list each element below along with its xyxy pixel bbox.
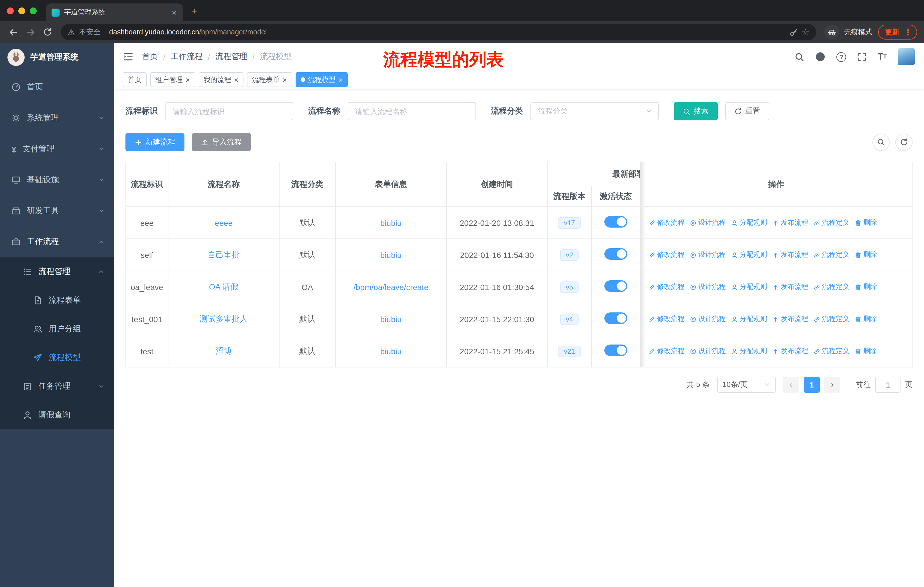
forward-button[interactable] xyxy=(22,23,39,41)
action-delete-link[interactable]: 删除 xyxy=(855,282,877,292)
sidebar-item-process-form[interactable]: 流程表单 xyxy=(0,286,114,315)
model-name-link[interactable]: 滔博 xyxy=(216,346,232,355)
action-definition-link[interactable]: 流程定义 xyxy=(813,250,850,260)
reload-button[interactable] xyxy=(39,23,56,41)
breadcrumb-home[interactable]: 首页 xyxy=(142,51,158,62)
action-design-link[interactable]: 设计流程 xyxy=(690,218,726,228)
active-toggle[interactable] xyxy=(604,313,627,324)
action-design-link[interactable]: 设计流程 xyxy=(690,282,726,292)
action-design-link[interactable]: 设计流程 xyxy=(690,314,726,324)
fullscreen-icon[interactable] xyxy=(857,52,867,62)
action-publish-link[interactable]: 发布流程 xyxy=(772,250,808,260)
password-key-icon[interactable] xyxy=(789,28,798,36)
next-page-button[interactable]: › xyxy=(824,377,840,393)
hamburger-icon[interactable] xyxy=(123,51,134,62)
prev-page-button[interactable]: ‹ xyxy=(783,377,799,393)
sidebar-item-devtools[interactable]: 研发工具 xyxy=(0,195,114,227)
tag-process-form[interactable]: 流程表单× xyxy=(247,72,292,87)
active-toggle[interactable] xyxy=(604,280,627,292)
action-design-link[interactable]: 设计流程 xyxy=(690,346,726,356)
bookmark-star-icon[interactable]: ☆ xyxy=(802,27,809,37)
sidebar-item-system[interactable]: 系统管理 xyxy=(0,103,114,134)
action-modify-link[interactable]: 修改流程 xyxy=(648,250,685,260)
breadcrumb-workflow[interactable]: 工作流程 xyxy=(171,51,203,62)
tag-my-process[interactable]: 我的流程× xyxy=(198,72,243,87)
action-publish-link[interactable]: 发布流程 xyxy=(772,346,808,356)
form-info-link[interactable]: biubiu xyxy=(380,250,402,260)
action-definition-link[interactable]: 流程定义 xyxy=(813,346,850,356)
browser-tab[interactable]: 芋道管理系统 × xyxy=(46,3,183,21)
model-name-link[interactable]: 测试多审批人 xyxy=(200,314,248,323)
url-text[interactable]: dashboard.yudao.iocoder.cn/bpm/manager/m… xyxy=(109,28,785,36)
action-publish-link[interactable]: 发布流程 xyxy=(772,282,808,292)
action-assign-link[interactable]: 分配规则 xyxy=(731,250,767,260)
action-delete-link[interactable]: 删除 xyxy=(855,218,877,228)
action-delete-link[interactable]: 删除 xyxy=(855,314,877,324)
tag-close-icon[interactable]: × xyxy=(186,76,190,83)
import-process-button[interactable]: 导入流程 xyxy=(192,133,251,151)
process-id-input[interactable] xyxy=(165,102,293,121)
action-design-link[interactable]: 设计流程 xyxy=(690,250,726,260)
sidebar-item-user-group[interactable]: 用户分组 xyxy=(0,315,114,343)
form-info-link[interactable]: /bpm/oa/leave/create xyxy=(353,282,429,291)
sidebar-item-task-mgmt[interactable]: 任务管理 xyxy=(0,372,114,401)
action-modify-link[interactable]: 修改流程 xyxy=(648,314,685,324)
active-toggle[interactable] xyxy=(604,248,627,260)
browser-menu-icon[interactable]: ⋮ xyxy=(902,28,914,37)
tag-close-icon[interactable]: × xyxy=(234,76,238,83)
model-name-link[interactable]: eeee xyxy=(215,218,233,227)
action-modify-link[interactable]: 修改流程 xyxy=(648,346,685,356)
github-icon[interactable] xyxy=(815,51,825,62)
show-search-button[interactable] xyxy=(873,134,889,151)
action-modify-link[interactable]: 修改流程 xyxy=(648,218,685,228)
url-bar[interactable]: 不安全 dashboard.yudao.iocoder.cn/bpm/manag… xyxy=(61,24,816,40)
user-avatar[interactable] xyxy=(898,48,915,65)
action-delete-link[interactable]: 删除 xyxy=(855,346,877,356)
browser-update-button[interactable]: 更新 ⋮ xyxy=(878,25,917,40)
action-assign-link[interactable]: 分配规则 xyxy=(731,218,767,228)
window-close-button[interactable] xyxy=(7,7,14,14)
action-definition-link[interactable]: 流程定义 xyxy=(813,218,850,228)
reset-button[interactable]: 重置 xyxy=(725,102,769,121)
action-modify-link[interactable]: 修改流程 xyxy=(648,282,685,292)
new-tab-button[interactable]: + xyxy=(191,6,197,17)
action-assign-link[interactable]: 分配规则 xyxy=(731,282,767,292)
search-button[interactable]: 搜索 xyxy=(674,102,718,121)
form-info-link[interactable]: biubiu xyxy=(380,347,402,356)
form-info-link[interactable]: biubiu xyxy=(380,218,402,227)
active-toggle[interactable] xyxy=(604,216,627,228)
tag-close-icon[interactable]: × xyxy=(338,76,343,83)
create-process-button[interactable]: 新建流程 xyxy=(125,133,185,151)
tag-close-icon[interactable]: × xyxy=(282,76,287,83)
page-number-1[interactable]: 1 xyxy=(804,377,820,393)
incognito-icon[interactable] xyxy=(824,25,839,40)
action-publish-link[interactable]: 发布流程 xyxy=(772,314,808,324)
sidebar-item-infra[interactable]: 基础设施 xyxy=(0,165,114,195)
active-toggle[interactable] xyxy=(604,344,627,356)
action-delete-link[interactable]: 删除 xyxy=(855,250,877,260)
page-size-select[interactable]: 10条/页 xyxy=(717,377,776,393)
sidebar-item-payment[interactable]: ¥ 支付管理 xyxy=(0,134,114,165)
action-assign-link[interactable]: 分配规则 xyxy=(731,314,767,324)
model-name-link[interactable]: OA 请假 xyxy=(209,282,239,291)
sidebar-item-workflow[interactable]: 工作流程 xyxy=(0,227,114,257)
action-definition-link[interactable]: 流程定义 xyxy=(813,282,850,292)
help-icon[interactable]: ? xyxy=(837,52,846,62)
category-select[interactable]: 流程分类 xyxy=(530,102,659,121)
tag-home[interactable]: 首页 xyxy=(122,72,147,87)
security-label[interactable]: 不安全 xyxy=(79,27,101,37)
back-button[interactable] xyxy=(5,23,22,41)
window-minimize-button[interactable] xyxy=(18,7,25,14)
model-name-link[interactable]: 自己审批 xyxy=(208,250,240,259)
action-assign-link[interactable]: 分配规则 xyxy=(731,346,767,356)
tag-tenant[interactable]: 租户管理× xyxy=(150,72,195,87)
action-definition-link[interactable]: 流程定义 xyxy=(813,314,850,324)
tag-process-model[interactable]: 流程模型× xyxy=(295,72,348,87)
tab-close-icon[interactable]: × xyxy=(171,8,178,17)
action-publish-link[interactable]: 发布流程 xyxy=(772,218,808,228)
font-size-icon[interactable]: TT xyxy=(878,52,887,61)
goto-page-input[interactable] xyxy=(875,377,901,393)
window-zoom-button[interactable] xyxy=(30,7,37,14)
search-icon[interactable] xyxy=(795,52,804,62)
form-info-link[interactable]: biubiu xyxy=(380,314,402,324)
